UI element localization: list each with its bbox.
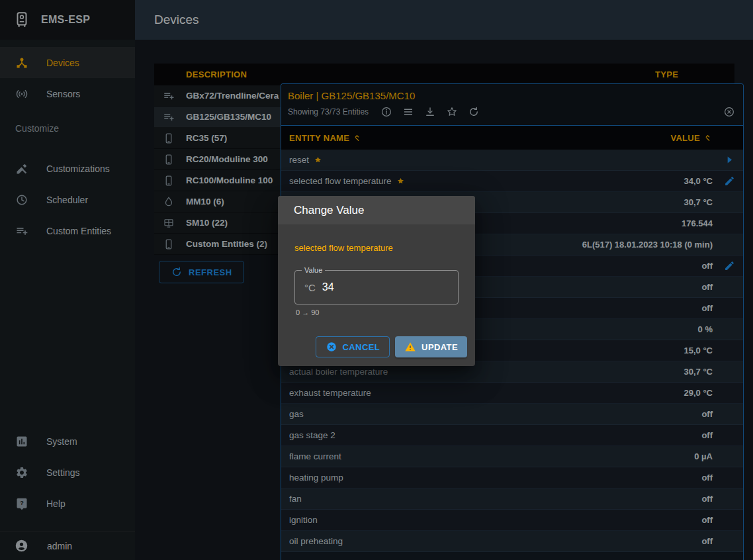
dialog-title: Change Value xyxy=(278,196,475,224)
dialog-actions: CANCEL UPDATE xyxy=(278,316,475,366)
cancel-button[interactable]: CANCEL xyxy=(316,336,390,357)
dialog-body: selected flow temperature Value °C 0 → 9… xyxy=(278,224,475,316)
value-field-label: Value xyxy=(302,266,325,274)
dialog-entity-label: selected flow temperature xyxy=(294,243,459,253)
cancel-label: CANCEL xyxy=(343,342,380,352)
update-label: UPDATE xyxy=(421,342,458,352)
value-input[interactable] xyxy=(322,281,388,293)
update-button[interactable]: UPDATE xyxy=(395,336,467,357)
cancel-icon xyxy=(326,341,337,353)
value-field[interactable]: Value °C xyxy=(294,270,459,304)
value-range-helper: 0 → 90 xyxy=(296,308,459,316)
warning-icon xyxy=(404,341,416,353)
unit-adornment: °C xyxy=(304,282,316,293)
change-value-dialog: Change Value selected flow temperature V… xyxy=(278,196,475,366)
